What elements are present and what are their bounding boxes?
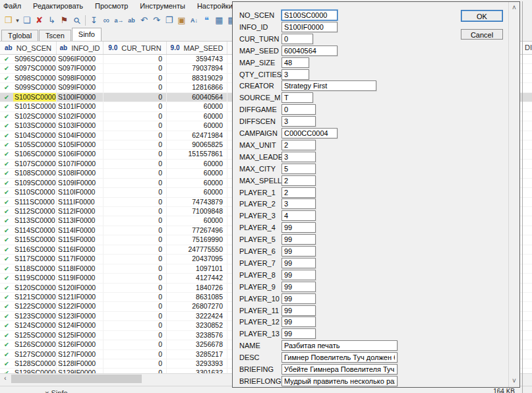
field-input-player_13[interactable] [281, 328, 316, 339]
field-input-map_seed[interactable] [281, 45, 338, 56]
scroll-up-icon[interactable]: ˄ [509, 4, 519, 12]
field-input-max_city[interactable] [281, 164, 316, 174]
field-input-player_5[interactable] [281, 234, 316, 245]
append-record-icon[interactable]: ↳ [45, 14, 58, 27]
copy-icon[interactable]: ❐ [163, 14, 175, 27]
undo-icon[interactable]: ↶ [138, 14, 150, 27]
field-input-player_7[interactable] [281, 258, 316, 268]
cell-info_id: S128IF0000 [57, 359, 103, 368]
field-label-desc: DESC [239, 353, 281, 361]
paste-icon[interactable]: ▣ [175, 14, 188, 27]
field-label-no_scen: NO_SCEN [239, 11, 281, 19]
cell-cur_turn: 0 [103, 226, 167, 235]
cell-no_scen: S102SC0000 [13, 112, 57, 121]
field-input-player_6[interactable] [281, 246, 316, 257]
field-input-cur_turn[interactable] [281, 34, 313, 44]
column-header-no_scen[interactable]: abNO_SCEN [0, 42, 57, 54]
field-input-map_size[interactable] [281, 57, 309, 68]
scroll-down-icon[interactable]: ˅ [509, 377, 519, 385]
find-icon[interactable]: ∞ [100, 14, 113, 27]
scroll-left-icon[interactable]: ‹ [0, 374, 11, 384]
form-row-max_leader: MAX_LEADER [233, 152, 510, 162]
statusbar-file-tab[interactable]: × Sinfo [45, 389, 68, 393]
field-input-qty_cities[interactable] [281, 69, 309, 80]
cell-cur_turn: 0 [103, 331, 167, 340]
column-header-map_seed[interactable]: 9.0MAP_SEED [167, 42, 227, 54]
replace-icon[interactable]: ab [125, 14, 138, 27]
grid-icon[interactable]: ▦ [213, 14, 225, 27]
field-input-player_8[interactable] [281, 270, 316, 280]
field-input-player_1[interactable] [281, 187, 316, 198]
field-label-map_size: MAP_SIZE [239, 59, 281, 67]
comment-icon[interactable]: ❝ [200, 14, 213, 27]
cell-cur_turn: 0 [103, 55, 167, 63]
new-file-icon[interactable]: ❏ [20, 14, 33, 27]
cell-no_scen: S128SC0000 [13, 359, 57, 368]
row-check-icon: ✔ [0, 359, 13, 368]
field-label-player_9: PLAYER_9 [239, 283, 281, 291]
field-input-player_9[interactable] [281, 282, 316, 292]
field-input-player_3[interactable] [281, 210, 316, 221]
field-input-info_id[interactable] [281, 22, 338, 32]
field-input-player_10[interactable] [281, 293, 316, 304]
column-header-cur_turn[interactable]: 9.0CUR_TURN [103, 42, 167, 54]
field-input-source_m[interactable] [281, 92, 313, 103]
redo-icon[interactable]: ↷ [150, 14, 163, 27]
column-header-info_id[interactable]: abINFO_ID [57, 42, 103, 54]
row-check-icon: ✔ [0, 207, 13, 216]
cell-map_seed: 60000 [167, 179, 227, 187]
ok-button[interactable]: OK [461, 10, 503, 22]
form-row-max_spell: MAX_SPELL [233, 175, 510, 186]
field-input-no_scen[interactable] [281, 10, 338, 20]
cancel-button[interactable]: Cancel [461, 29, 503, 40]
menu-item-3[interactable]: Просмотр [89, 0, 134, 13]
tab-tscen[interactable]: Tscen [39, 30, 71, 41]
field-input-desc[interactable] [281, 352, 398, 363]
field-label-qty_cities: QTY_CITIES [239, 71, 281, 78]
statusbar-file-size: 164 KB [493, 388, 515, 393]
field-input-max_spell[interactable] [281, 175, 316, 186]
row-check-icon: ✔ [0, 140, 13, 149]
menu-item-4[interactable]: Инструменты [134, 0, 191, 13]
sort-az-icon[interactable]: A↓ [188, 14, 200, 27]
field-input-name[interactable] [281, 340, 398, 351]
field-input-max_unit[interactable] [281, 140, 316, 150]
cell-info_id: S102IF0000 [57, 112, 103, 121]
field-input-brieflong1[interactable] [281, 376, 398, 386]
field-input-player_2[interactable] [281, 198, 316, 209]
cell-map_seed: 20437095 [167, 255, 227, 263]
cell-info_id: S113IF0000 [57, 216, 103, 225]
tab-sinfo[interactable]: Sinfo [72, 28, 102, 41]
row-check-icon: ✔ [0, 302, 13, 311]
field-input-player_11[interactable] [281, 305, 316, 316]
row-check-icon: ✔ [0, 312, 13, 320]
cell-cur_turn: 0 [103, 264, 167, 273]
menu-item-2[interactable]: Редактировать [27, 0, 89, 13]
field-input-max_leader[interactable] [281, 152, 316, 162]
field-input-diffscen[interactable] [281, 116, 316, 127]
open-file-icon[interactable]: ❒ [2, 14, 15, 27]
horizontal-scrollbar-thumb[interactable] [11, 375, 142, 383]
cell-no_scen: S109SC0000 [13, 179, 57, 187]
field-input-diffgame[interactable] [281, 104, 316, 115]
field-input-player_12[interactable] [281, 317, 316, 327]
form-row-qty_cities: QTY_CITIES [233, 69, 510, 80]
cell-no_scen: S096SC0000 [13, 55, 57, 63]
menu-item-1[interactable]: Файл [0, 0, 27, 13]
tab-tglobal[interactable]: Tglobal [1, 30, 38, 41]
dialog-scrollbar[interactable]: ˄ ˅ [508, 2, 519, 387]
open-dropdown-caret-icon[interactable]: ▾ [15, 14, 20, 27]
cell-cur_turn: 0 [103, 160, 167, 168]
cell-info_id: S120IF0000 [57, 284, 103, 292]
field-input-campaign[interactable] [281, 128, 338, 138]
field-input-briefing[interactable] [281, 364, 398, 375]
app-window: ФайлРедактироватьПросмотрИнструментыНаст… [0, 0, 532, 393]
column-type-badge: 9.0 [108, 44, 117, 51]
goto-last-icon[interactable]: ↧ [88, 14, 100, 27]
find-next-icon[interactable]: a→ [113, 14, 125, 27]
delete-record-icon[interactable]: ✘ [33, 14, 45, 27]
field-input-player_4[interactable] [281, 222, 316, 233]
row-check-icon: ✔ [0, 160, 13, 168]
field-input-creator[interactable] [281, 80, 376, 91]
cell-cur_turn: 0 [103, 302, 167, 311]
